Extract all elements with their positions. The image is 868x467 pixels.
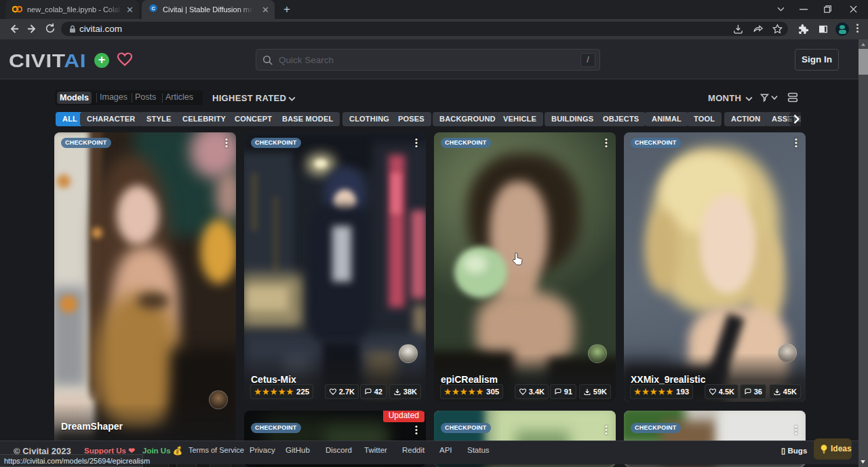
svg-text:C: C <box>151 6 155 11</box>
